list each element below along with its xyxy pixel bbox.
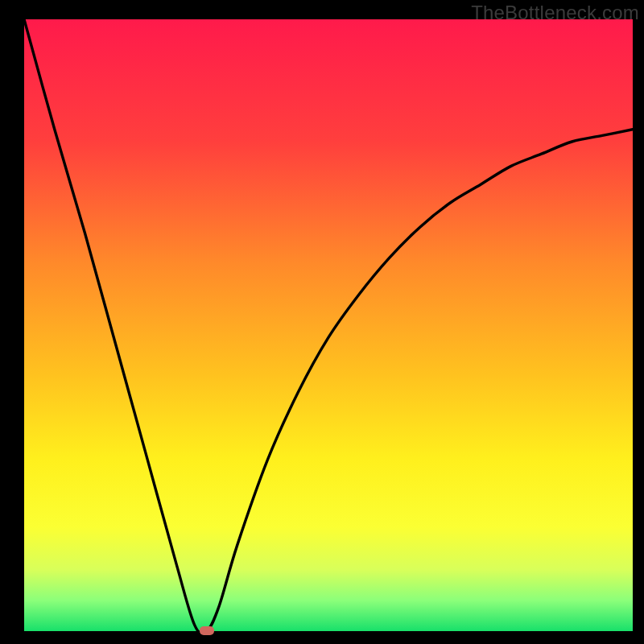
gradient-background	[24, 19, 633, 631]
plot-area	[24, 19, 633, 631]
svg-rect-0	[24, 19, 633, 631]
chart-root: TheBottleneck.com	[0, 0, 644, 644]
watermark-text: TheBottleneck.com	[471, 2, 639, 24]
minimum-marker	[200, 626, 214, 635]
